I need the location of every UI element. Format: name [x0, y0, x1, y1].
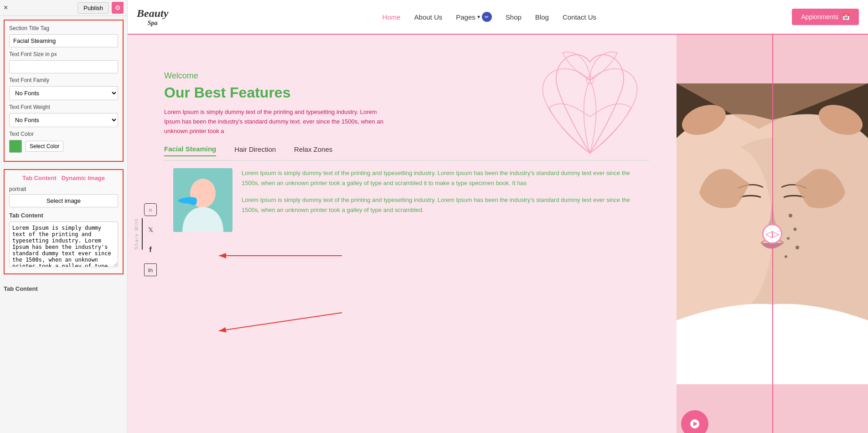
tab-content-title: Tab Content Dynamic Image: [9, 175, 118, 181]
tab-secondary-text: Lorem Ipsum is simply dummy text of the …: [242, 195, 640, 215]
dynamic-image-label: Dynamic Image: [62, 175, 105, 181]
tab-content-text-label: Tab Content: [9, 212, 118, 219]
font-weight-label: Text Font Weight: [9, 104, 118, 110]
face-treatment-image: [173, 168, 232, 232]
flower-decoration: [540, 35, 640, 162]
svg-line-6: [219, 313, 342, 331]
title-tag-group: Section Title Tag: [9, 25, 118, 47]
svg-point-13: [787, 237, 790, 240]
tab-facial-steaming[interactable]: Facial Steaming: [164, 145, 216, 156]
tab-hair-direction[interactable]: Hair Direction: [234, 145, 276, 156]
svg-point-11: [789, 214, 792, 217]
portrait-label: portrait: [9, 186, 118, 192]
tab-content-area: Lorem Ipsum is simply dummy text of the …: [164, 168, 649, 232]
appointments-label: Appionments: [801, 13, 838, 21]
facebook-icon[interactable]: f: [144, 243, 157, 256]
close-button[interactable]: ×: [4, 4, 8, 12]
font-size-input[interactable]: [9, 60, 118, 73]
appointments-button[interactable]: Appionments 📅: [792, 9, 859, 25]
tab-main-text: Lorem Ipsum is simply dummy text of the …: [242, 168, 640, 188]
font-family-select[interactable]: No Fonts Arial Georgia Verdana Times New…: [9, 86, 118, 100]
title-tag-label: Section Title Tag: [9, 25, 118, 31]
select-image-button[interactable]: Select image: [9, 194, 118, 207]
nav-pages[interactable]: Pages ▾ ✏: [456, 12, 492, 22]
svg-point-12: [794, 228, 797, 231]
social-icons: ○ 𝕏 f in: [144, 203, 157, 276]
font-family-group: Text Font Family No Fonts Arial Georgia …: [9, 77, 118, 100]
tab-image: [173, 168, 232, 232]
panel-top-bar: × Publish ⚙: [0, 0, 127, 16]
compare-icon[interactable]: ◁▷: [762, 224, 782, 244]
svg-point-14: [796, 246, 799, 249]
logo: Beauty Spa: [137, 7, 168, 26]
chevron-down-icon: ▾: [477, 14, 480, 20]
play-icon: [689, 418, 700, 429]
share-with-text: Share With: [134, 218, 143, 249]
pages-edit-icon[interactable]: ✏: [482, 12, 492, 22]
hero-section: Share With Welcome Our Best Features Lor…: [128, 35, 868, 433]
svg-point-15: [785, 255, 787, 258]
panel-top-actions: Publish ⚙: [78, 2, 124, 14]
linkedin-icon[interactable]: in: [144, 263, 157, 276]
text-color-label: Text Color: [9, 131, 118, 137]
logo-line2: Spa: [137, 20, 168, 26]
font-family-label: Text Font Family: [9, 77, 118, 83]
twitter-icon[interactable]: 𝕏: [144, 223, 157, 236]
nav-about[interactable]: About Us: [414, 13, 443, 21]
color-row: Select Color: [9, 140, 118, 153]
main-content: Beauty Spa Home About Us Pages ▾ ✏ Shop …: [128, 0, 868, 433]
left-panel: × Publish ⚙ Section Title Tag Text Font …: [0, 0, 128, 433]
face-illustration: ◁▷: [677, 35, 868, 433]
tab-text-column: Lorem Ipsum is simply dummy text of the …: [242, 168, 640, 232]
tab-relax-zones[interactable]: Relax Zones: [294, 145, 332, 156]
font-size-label: Text Font Size in px: [9, 51, 118, 57]
hero-left: Share With Welcome Our Best Features Lor…: [128, 35, 677, 433]
color-swatch[interactable]: [9, 140, 22, 153]
select-color-button[interactable]: Select Color: [26, 141, 63, 152]
font-size-group: Text Font Size in px: [9, 51, 118, 73]
nav-pages-label: Pages: [456, 13, 475, 21]
logo-area: Beauty Spa: [137, 7, 168, 26]
tab-image-placeholder: [173, 168, 232, 232]
portrait-group: portrait Select image: [9, 186, 118, 207]
tab-content-settings: Tab Content Dynamic Image portrait Selec…: [4, 169, 124, 274]
instagram-icon[interactable]: ○: [144, 203, 157, 216]
logo-line1: Beauty: [137, 7, 168, 19]
tab-content-bottom-label: Tab Content: [0, 282, 127, 296]
publish-button[interactable]: Publish: [78, 2, 109, 14]
arrow-overlay: [219, 231, 356, 367]
gear-button[interactable]: ⚙: [112, 2, 124, 14]
svg-point-10: [699, 147, 772, 311]
nav-links: Home About Us Pages ▾ ✏ Shop Blog Contac…: [186, 12, 792, 22]
title-tag-input[interactable]: [9, 34, 118, 47]
nav-shop[interactable]: Shop: [506, 13, 522, 21]
font-weight-group: Text Font Weight No Fonts Normal Bold Li…: [9, 104, 118, 127]
nav-home[interactable]: Home: [382, 13, 401, 21]
hero-right-image: ◁▷: [677, 35, 868, 433]
tab-content-label-text: Tab Content: [22, 175, 57, 181]
navbar: Beauty Spa Home About Us Pages ▾ ✏ Shop …: [128, 0, 868, 35]
section-title-settings: Section Title Tag Text Font Size in px T…: [4, 20, 124, 162]
hero-description: Lorem Ipsum is simply dummy text of the …: [164, 108, 392, 136]
font-weight-select[interactable]: No Fonts Normal Bold Lighter: [9, 113, 118, 127]
calendar-icon: 📅: [842, 13, 850, 21]
nav-contact[interactable]: Contact Us: [563, 13, 596, 21]
text-color-group: Text Color Select Color: [9, 131, 118, 153]
nav-blog[interactable]: Blog: [535, 13, 549, 21]
tab-content-textarea[interactable]: Lorem Ipsum is simply dummy text of the …: [9, 222, 118, 267]
